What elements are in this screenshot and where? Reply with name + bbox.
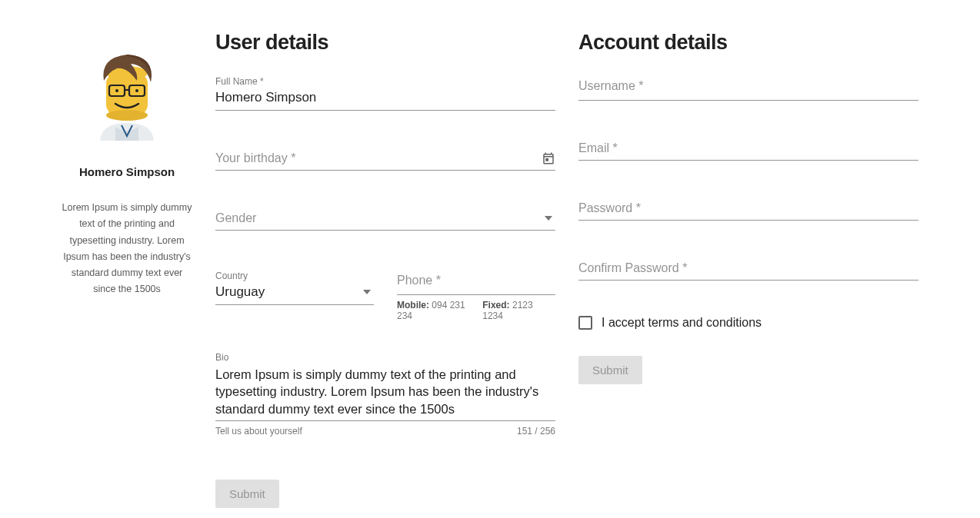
gender-select[interactable]: Gender <box>215 211 555 231</box>
birthday-placeholder: Your birthday * <box>215 151 295 165</box>
full-name-field[interactable]: Full Name * Homero Simpson <box>215 76 555 111</box>
phone-field[interactable]: Phone * Mobile: 094 231 234 Fixed: 2123 … <box>397 271 555 321</box>
user-details-submit-button[interactable]: Submit <box>215 480 279 508</box>
country-label: Country <box>215 271 374 281</box>
confirm-password-field[interactable]: Confirm Password * <box>578 261 918 281</box>
svg-point-1 <box>106 110 148 121</box>
gender-placeholder: Gender <box>215 211 256 225</box>
account-details-submit-button[interactable]: Submit <box>578 356 642 384</box>
email-placeholder: Email * <box>578 141 618 155</box>
profile-name: Homero Simpson <box>62 165 192 178</box>
birthday-field[interactable]: Your birthday * <box>215 151 555 171</box>
phone-hints: Mobile: 094 231 234 Fixed: 2123 1234 <box>397 300 555 321</box>
confirm-password-placeholder: Confirm Password * <box>578 261 687 275</box>
country-value: Uruguay <box>215 284 265 300</box>
bio-counter: 151 / 256 <box>517 426 555 437</box>
password-placeholder: Password * <box>578 201 641 215</box>
username-field[interactable]: Username * <box>578 76 918 101</box>
bio-hint: Tell us about yourself <box>215 426 302 437</box>
user-details-title: User details <box>215 31 555 55</box>
svg-point-6 <box>115 89 118 92</box>
full-name-label: Full Name * <box>215 76 555 87</box>
country-select[interactable]: Country Uruguay <box>215 271 374 305</box>
username-placeholder: Username * <box>578 79 643 93</box>
chevron-down-icon <box>542 211 555 225</box>
bio-label: Bio <box>215 352 555 363</box>
avatar <box>85 50 169 142</box>
svg-point-7 <box>135 89 138 92</box>
bio-value: Lorem Ipsum is simply dummy text of the … <box>215 366 555 420</box>
email-field[interactable]: Email * <box>578 141 918 161</box>
terms-label: I accept terms and conditions <box>602 316 762 330</box>
terms-checkbox-row[interactable]: I accept terms and conditions <box>578 316 918 330</box>
account-details-section: Account details Username * Email * Passw… <box>578 31 918 508</box>
profile-bio: Lorem Ipsum is simply dummy text of the … <box>62 200 192 298</box>
terms-checkbox[interactable] <box>578 316 592 330</box>
password-field[interactable]: Password * <box>578 201 918 221</box>
bio-field[interactable]: Bio Lorem Ipsum is simply dummy text of … <box>215 352 555 437</box>
full-name-value: Homero Simpson <box>215 90 316 105</box>
phone-placeholder: Phone * <box>397 274 441 287</box>
user-details-section: User details Full Name * Homero Simpson … <box>215 31 555 508</box>
profile-sidebar: Homero Simpson Lorem Ipsum is simply dum… <box>62 31 192 508</box>
chevron-down-icon <box>360 285 374 299</box>
calendar-icon[interactable] <box>542 151 555 165</box>
account-details-title: Account details <box>578 31 918 55</box>
